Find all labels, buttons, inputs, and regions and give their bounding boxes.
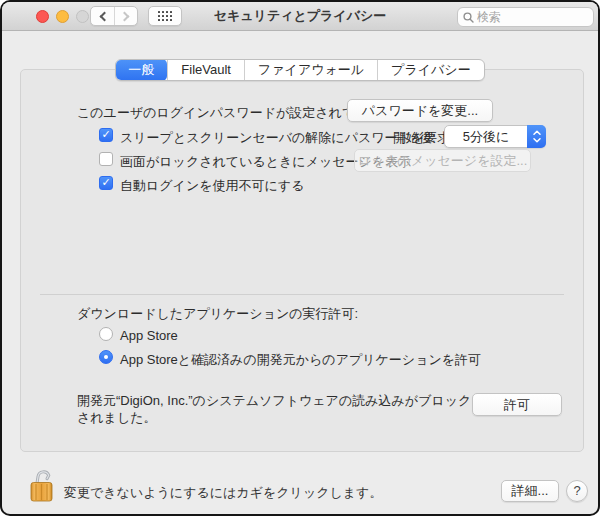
nav-button-group	[90, 6, 138, 26]
disable-auto-login-checkbox[interactable]	[99, 176, 113, 190]
up-down-chevrons-icon	[533, 130, 541, 143]
tab-bar: 一般 FileVault ファイアウォール プライバシー	[2, 59, 598, 81]
downloads-heading: ダウンロードしたアプリケーションの実行許可:	[77, 305, 358, 323]
zoom-button-disabled	[76, 10, 89, 23]
app-store-radio-label: App Store	[120, 328, 178, 343]
popup-stepper-cap	[527, 125, 546, 148]
search-input[interactable]	[477, 10, 588, 24]
security-privacy-window: セキュリティとプライバシー 一般 FileVault ファイアウォール プライバ…	[2, 2, 598, 514]
titlebar: セキュリティとプライバシー	[2, 2, 598, 31]
section-divider	[40, 294, 564, 295]
search-icon	[463, 12, 474, 23]
search-field[interactable]	[457, 7, 594, 27]
window-frame: セキュリティとプライバシー 一般 FileVault ファイアウォール プライバ…	[0, 0, 600, 516]
tab-filevault[interactable]: FileVault	[167, 60, 244, 80]
change-password-button[interactable]: パスワードを変更...	[347, 99, 493, 122]
app-store-radio[interactable]	[99, 327, 113, 341]
set-lock-message-button[interactable]: ロックのメッセージを設定...	[354, 149, 531, 172]
chevron-left-icon	[99, 11, 109, 21]
close-button[interactable]	[36, 10, 49, 23]
disable-auto-login-label: 自動ログインを使用不可にする	[120, 177, 304, 195]
blocked-software-message: 開発元“DigiOn, Inc.”のシステムソフトウェアの読み込みがブロックされ…	[77, 392, 477, 426]
tab-general[interactable]: 一般	[115, 59, 167, 81]
tab-firewall[interactable]: ファイアウォール	[244, 60, 377, 80]
identified-developers-radio-label: App Storeと確認済みの開発元からのアプリケーションを許可	[120, 351, 481, 369]
tab-group: 一般 FileVault ファイアウォール プライバシー	[115, 59, 484, 81]
identified-developers-radio[interactable]	[99, 350, 113, 364]
forward-button[interactable]	[114, 7, 137, 25]
chevron-right-icon	[120, 11, 130, 21]
show-all-button[interactable]	[148, 6, 182, 26]
minimize-button[interactable]	[56, 10, 69, 23]
grid-icon	[158, 11, 173, 22]
delay-popup-value: 5分後に	[445, 128, 527, 146]
delay-popup[interactable]: 5分後に	[444, 125, 546, 148]
delay-label: 開始後:	[393, 129, 436, 147]
traffic-lights	[36, 10, 89, 23]
require-password-checkbox[interactable]	[99, 128, 113, 142]
allow-button[interactable]: 許可	[472, 393, 562, 416]
unlocked-padlock-icon[interactable]	[29, 465, 55, 506]
lock-hint-text: 変更できないようにするにはカギをクリックします。	[64, 484, 382, 502]
tab-privacy[interactable]: プライバシー	[377, 60, 484, 80]
lock-message-checkbox[interactable]	[99, 152, 113, 166]
advanced-button[interactable]: 詳細...	[501, 480, 559, 502]
help-button[interactable]: ?	[566, 480, 588, 502]
back-button[interactable]	[91, 7, 114, 25]
